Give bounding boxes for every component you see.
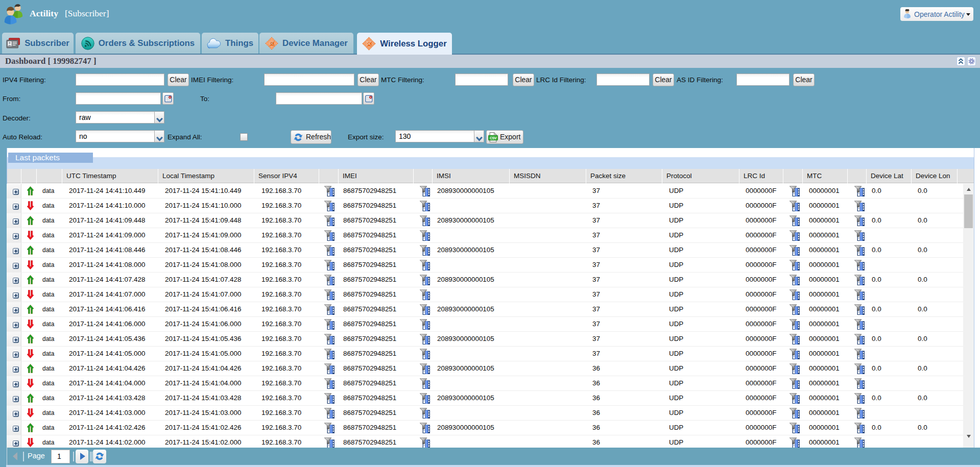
svg-text:CSV: CSV bbox=[490, 136, 497, 140]
